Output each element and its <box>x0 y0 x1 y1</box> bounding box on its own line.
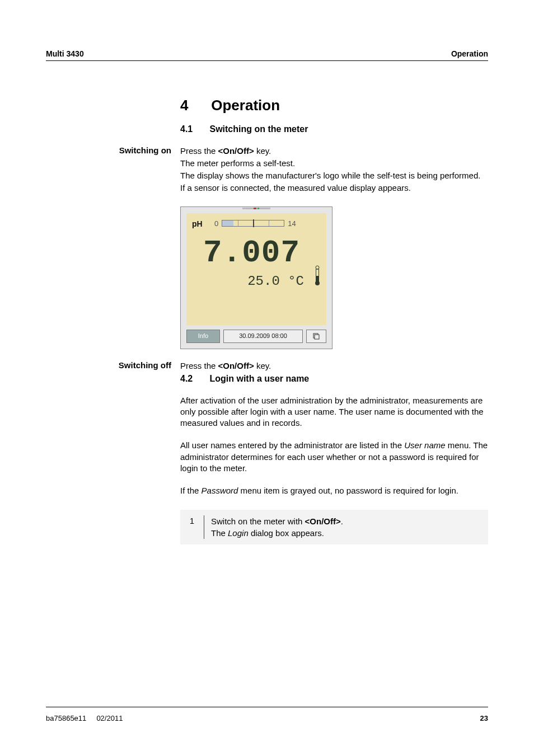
ph-scale-bar <box>222 220 284 227</box>
chapter-number: 4 <box>180 96 207 115</box>
login-paragraph-2: All user names entered by the administra… <box>180 440 488 474</box>
header-left: Multi 3430 <box>46 49 84 58</box>
switching-on-line1: Press the <On/Off> key. <box>180 145 488 157</box>
section-4-1-heading: 4.1 Switching on the meter <box>180 123 488 135</box>
page-footer: ba75865e11 02/2011 23 <box>46 707 488 722</box>
switching-off-text: Press the <On/Off> key. <box>180 360 488 372</box>
page-number: 23 <box>480 714 488 722</box>
switching-on-line3: The display shows the manufacturer's log… <box>180 170 488 181</box>
step-text: Switch on the meter with <On/Off>. The L… <box>204 515 488 539</box>
login-dialog: Login <box>228 528 249 538</box>
svg-point-0 <box>316 266 319 269</box>
section-4-1-number: 4.1 <box>180 123 207 135</box>
on-off-key: <On/Off> <box>218 361 254 370</box>
section-4-1-title: Switching on the meter <box>209 124 308 134</box>
login-paragraph-1: After activation of the user administrat… <box>180 395 488 429</box>
margin-label-switching-on: Switching on <box>46 145 180 360</box>
procedure-step: 1 Switch on the meter with <On/Off>. The… <box>180 510 488 544</box>
ph-scale: 0 14 <box>214 219 296 229</box>
section-4-2-number: 4.2 <box>180 373 207 385</box>
lcd-screen: pH 0 14 7.007 25.0 °C <box>186 213 326 325</box>
sensor-icon <box>314 265 321 290</box>
status-bar: Info 30.09.2009 08:00 <box>186 330 326 343</box>
svg-rect-5 <box>315 335 319 339</box>
datetime-display: 30.09.2009 08:00 <box>223 330 303 343</box>
svg-rect-2 <box>316 276 319 281</box>
header-right: Operation <box>451 49 488 58</box>
ph-scale-min: 0 <box>214 219 218 229</box>
measured-value: 7.007 <box>203 232 300 275</box>
footer-date: 02/2011 <box>96 714 123 722</box>
svg-point-3 <box>315 281 320 285</box>
device-notch <box>181 207 332 212</box>
switching-on-line2: The meter performs a self-test. <box>180 158 488 169</box>
temperature-value: 25.0 °C <box>247 273 304 290</box>
footer-doc-id: ba75865e11 <box>46 714 86 722</box>
chapter-title: Operation <box>211 97 280 114</box>
copy-icon <box>306 330 326 343</box>
section-4-2-heading: 4.2 Login with a user name <box>180 373 488 385</box>
login-paragraph-3: If the Password menu item is grayed out,… <box>180 485 488 496</box>
password-menu: Password <box>202 486 238 495</box>
measurement-mode-label: pH <box>192 219 203 229</box>
info-softkey: Info <box>186 330 220 343</box>
user-name-menu: User name <box>404 440 445 450</box>
switching-on-line4: If a sensor is connected, the measured v… <box>180 182 488 194</box>
running-header: Multi 3430 Operation <box>46 49 488 61</box>
ph-scale-max: 14 <box>288 219 296 229</box>
section-4-2-title: Login with a user name <box>209 374 309 383</box>
on-off-key: <On/Off> <box>305 516 341 526</box>
margin-label-switching-off: Switching off <box>46 360 180 545</box>
step-number: 1 <box>180 515 204 539</box>
chapter-heading: 4 Operation <box>180 96 488 115</box>
on-off-key: <On/Off> <box>218 146 254 156</box>
meter-display-illustration: pH 0 14 7.007 25.0 °C <box>180 206 332 349</box>
